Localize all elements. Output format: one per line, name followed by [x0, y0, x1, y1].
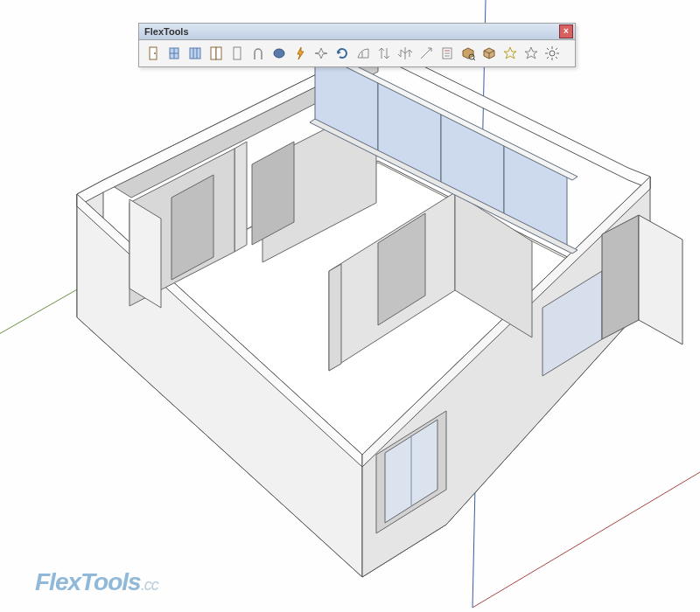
box-icon [481, 45, 497, 61]
watermark-brand: FlexTools [35, 568, 141, 595]
window-icon [166, 45, 182, 61]
arch-icon [250, 45, 266, 61]
gear-icon [544, 45, 560, 61]
zap-button[interactable] [290, 43, 311, 64]
toolbar-titlebar[interactable]: FlexTools × [139, 24, 575, 40]
svg-rect-46 [234, 47, 241, 59]
component-finder-icon [460, 45, 476, 61]
star-icon [523, 45, 539, 61]
wall-cutter-icon [355, 45, 371, 61]
report-button[interactable] [437, 43, 458, 64]
favorite-outline-button[interactable] [500, 43, 521, 64]
swap-button[interactable] [395, 43, 416, 64]
star-outline-icon [502, 45, 518, 61]
component-finder-button[interactable] [458, 43, 479, 64]
flex-opening-button[interactable] [227, 43, 248, 64]
svg-line-61 [556, 57, 557, 59]
toolbar-title: FlexTools [144, 26, 189, 37]
svg-marker-14 [234, 142, 247, 252]
flip-button[interactable] [374, 43, 395, 64]
wall-cutter-button[interactable] [353, 43, 374, 64]
svg-rect-41 [190, 48, 200, 59]
svg-point-37 [154, 52, 156, 54]
flex-door-button[interactable] [143, 43, 164, 64]
window-double-icon [187, 45, 203, 61]
toolbar-button-row [139, 40, 575, 66]
watermark-ext: .cc [141, 576, 158, 594]
svg-line-62 [556, 48, 557, 50]
svg-line-1 [472, 472, 700, 608]
svg-point-47 [274, 49, 284, 58]
model-canvas [0, 0, 700, 612]
opening-icon [229, 45, 245, 61]
local-library-button[interactable] [479, 43, 500, 64]
svg-marker-35 [639, 215, 682, 344]
scale-icon [418, 45, 434, 61]
viewport-3d[interactable] [0, 0, 700, 612]
svg-marker-23 [130, 199, 161, 308]
scale-button[interactable] [416, 43, 437, 64]
flex-door-double-button[interactable] [206, 43, 227, 64]
door-double-icon [208, 45, 224, 61]
report-icon [439, 45, 455, 61]
favorite-button[interactable] [521, 43, 542, 64]
svg-rect-45 [216, 47, 221, 59]
circle-icon [271, 45, 287, 61]
watermark: FlexTools.cc [35, 568, 158, 596]
svg-point-55 [550, 51, 555, 56]
flex-window-button[interactable] [164, 43, 185, 64]
sparkle-icon [313, 45, 329, 61]
door-icon [145, 45, 161, 61]
close-icon[interactable]: × [559, 24, 573, 38]
lightning-icon [292, 45, 308, 61]
refresh-button[interactable] [332, 43, 353, 64]
svg-marker-18 [329, 264, 341, 371]
refresh-icon [334, 45, 350, 61]
svg-marker-34 [602, 215, 639, 339]
flex-arch-button[interactable] [248, 43, 269, 64]
flip-icon [376, 45, 392, 61]
settings-button[interactable] [542, 43, 563, 64]
svg-line-60 [547, 48, 549, 50]
swap-icon [397, 45, 413, 61]
flex-circle-button[interactable] [269, 43, 290, 64]
flextools-toolbar[interactable]: FlexTools × [138, 23, 576, 67]
flex-window-double-button[interactable] [185, 43, 206, 64]
convert-button[interactable] [311, 43, 332, 64]
svg-line-63 [547, 57, 549, 59]
svg-line-54 [473, 59, 475, 60]
svg-rect-44 [211, 47, 216, 59]
